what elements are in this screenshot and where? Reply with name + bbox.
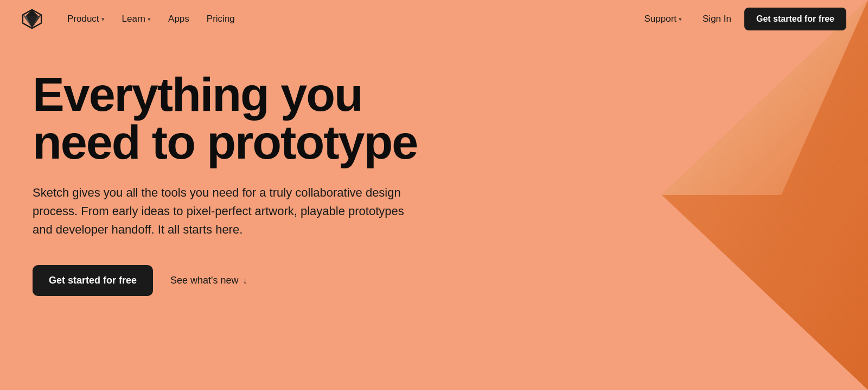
logo[interactable] [22, 9, 42, 29]
nav-link-pricing[interactable]: Pricing [199, 9, 242, 29]
hero-title: Everything you need to prototype [33, 71, 456, 166]
nav-link-support[interactable]: Support ▾ [636, 9, 690, 29]
nav-left: Product ▾ Learn ▾ Apps Pricing [22, 9, 242, 29]
nav-right: Support ▾ Sign In Get started for free [636, 8, 846, 30]
nav-link-product[interactable]: Product ▾ [60, 9, 112, 29]
hero-subtitle: Sketch gives you all the tools you need … [33, 184, 412, 239]
chevron-down-icon: ▾ [101, 16, 105, 23]
nav-links: Product ▾ Learn ▾ Apps Pricing [60, 9, 242, 29]
hero-cta-button[interactable]: Get started for free [33, 265, 153, 296]
chevron-down-icon: ▾ [148, 16, 151, 23]
navbar: Product ▾ Learn ▾ Apps Pricing Support ▾… [0, 0, 868, 38]
hero-decorative-shape [553, 0, 868, 390]
hero-actions: Get started for free See what's new ↓ [33, 265, 456, 296]
chevron-down-icon: ▾ [679, 16, 682, 23]
hero-content: Everything you need to prototype Sketch … [0, 38, 488, 296]
nav-link-apps[interactable]: Apps [161, 9, 197, 29]
see-whats-new-link[interactable]: See what's new ↓ [170, 275, 247, 286]
nav-cta-button[interactable]: Get started for free [744, 8, 846, 30]
nav-link-learn[interactable]: Learn ▾ [114, 9, 158, 29]
nav-link-signin[interactable]: Sign In [694, 9, 740, 29]
arrow-down-icon: ↓ [243, 276, 247, 286]
